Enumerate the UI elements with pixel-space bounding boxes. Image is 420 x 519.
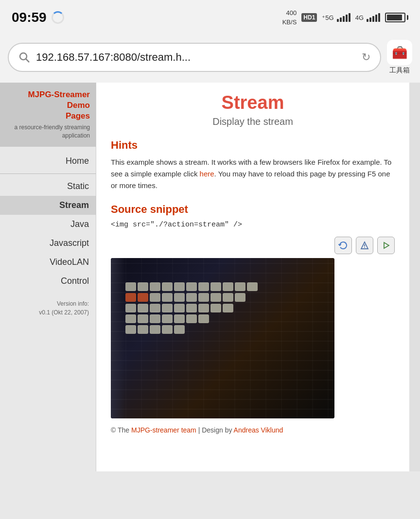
stream-controls <box>111 237 395 254</box>
sidebar-item-videolan[interactable]: VideoLAN <box>0 253 96 272</box>
signal-bars-4g <box>367 13 380 22</box>
key <box>223 304 233 312</box>
sidebar-item-stream[interactable]: Stream <box>0 196 96 215</box>
right-panel <box>409 83 420 471</box>
footer-link-designer[interactable]: Andreas Viklund <box>234 426 283 434</box>
4g-label: 4G <box>355 14 364 21</box>
sidebar-header: MJPG-Streamer DemoPages a resource-frien… <box>0 83 96 147</box>
sidebar-item-home[interactable]: Home <box>0 152 96 171</box>
key <box>186 293 197 302</box>
signal-4g: 4G <box>355 13 380 22</box>
key <box>235 293 245 302</box>
stream-ctrl-play[interactable] <box>377 237 395 254</box>
key <box>210 304 221 312</box>
sidebar-title: MJPG-Streamer DemoPages <box>6 89 90 121</box>
key <box>162 293 173 302</box>
status-bar: 09:59 400 KB/S HD1 ⁺5G 4G <box>0 0 420 35</box>
key <box>162 282 173 291</box>
key <box>174 304 185 312</box>
key <box>150 293 160 302</box>
reload-icon[interactable]: ↻ <box>362 51 370 64</box>
toolbox-label: 工具箱 <box>389 66 410 75</box>
key <box>150 325 160 334</box>
stream-ctrl-snapshot[interactable] <box>356 237 373 254</box>
key-row-4 <box>125 314 330 323</box>
key <box>247 282 258 291</box>
key <box>138 282 148 291</box>
key <box>186 314 197 323</box>
key <box>186 282 197 291</box>
key <box>125 282 136 291</box>
key-row-5 <box>125 325 330 334</box>
loading-spinner <box>52 11 64 24</box>
hints-text: This example shows a stream. It works wi… <box>111 156 395 191</box>
key-row-2 <box>125 293 330 302</box>
key <box>125 325 136 334</box>
address-bar[interactable]: 192.168.57.167:8080/stream.h... ↻ <box>8 43 381 72</box>
page-subtitle: Display the stream <box>111 116 395 127</box>
key <box>198 282 209 291</box>
stream-ctrl-reload[interactable] <box>334 237 352 254</box>
footer-credit: © The MJPG-streamer team | Design by And… <box>111 426 395 434</box>
key-orange <box>138 293 148 302</box>
url-text: 192.168.57.167:8080/stream.h... <box>36 51 356 64</box>
key <box>174 293 185 302</box>
status-time-group: 09:59 <box>12 10 64 25</box>
sidebar-item-control[interactable]: Control <box>0 272 96 291</box>
hd-badge: HD1 <box>301 13 317 22</box>
sidebar-item-static[interactable]: Static <box>0 177 96 196</box>
key <box>223 293 233 302</box>
version-value: v0.1 (Okt 22, 2007) <box>39 309 89 316</box>
svg-marker-5 <box>384 242 389 248</box>
sidebar-nav: Home Static Stream Java Javascript Video… <box>0 147 96 295</box>
status-right: 400 KB/S HD1 ⁺5G 4G <box>282 8 408 27</box>
browser-chrome: 192.168.57.167:8080/stream.h... ↻ 🧰 工具箱 <box>0 35 420 83</box>
key <box>162 325 173 334</box>
key <box>150 282 160 291</box>
page-wrapper: MJPG-Streamer DemoPages a resource-frien… <box>0 83 420 471</box>
5g-label: ⁺5G <box>322 14 333 21</box>
hints-link[interactable]: here <box>200 170 214 178</box>
battery: 98 <box>385 13 408 22</box>
key-orange <box>125 293 136 302</box>
key <box>174 282 185 291</box>
reload-stream-icon <box>338 241 348 250</box>
clock: 09:59 <box>12 10 47 25</box>
hints-heading: Hints <box>111 139 395 152</box>
key <box>186 304 197 312</box>
footer-link-team[interactable]: MJPG-streamer team <box>131 426 196 434</box>
svg-point-4 <box>364 247 365 248</box>
sidebar-item-javascript[interactable]: Javascript <box>0 234 96 253</box>
toolbox-button[interactable]: 🧰 工具箱 <box>387 40 412 75</box>
svg-line-1 <box>26 59 30 63</box>
source-heading: Source snippet <box>111 203 395 216</box>
key <box>138 304 148 312</box>
battery-level: 98 <box>387 15 405 20</box>
key <box>162 304 173 312</box>
sidebar-subtitle: a resource-friendly streamingapplication <box>6 123 90 140</box>
key-row-1 <box>125 282 330 291</box>
code-snippet: <img src="./?action=stream" /> <box>111 221 395 229</box>
svg-point-0 <box>20 53 27 60</box>
key <box>138 314 148 323</box>
key <box>150 304 160 312</box>
stream-image <box>111 258 334 418</box>
key <box>210 282 221 291</box>
key-row-3 <box>125 304 330 312</box>
version-label: Version info: <box>57 300 89 307</box>
toolbox-icon: 🧰 <box>387 40 412 65</box>
key <box>223 282 233 291</box>
battery-body: 98 <box>385 13 405 22</box>
key <box>125 314 136 323</box>
key <box>150 314 160 323</box>
key <box>235 282 245 291</box>
key <box>210 293 221 302</box>
network-speed: 400 KB/S <box>282 8 297 27</box>
footer-text-middle: | Design by <box>196 426 234 434</box>
sidebar-divider-1 <box>0 173 96 174</box>
search-icon <box>18 52 30 63</box>
snapshot-icon <box>360 241 369 250</box>
key <box>162 314 173 323</box>
key <box>138 325 148 334</box>
sidebar-item-java[interactable]: Java <box>0 215 96 234</box>
